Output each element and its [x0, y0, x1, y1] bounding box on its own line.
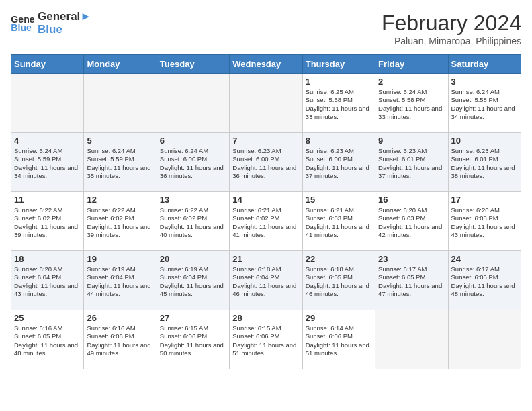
- calendar-cell: 27Sunrise: 6:15 AM Sunset: 6:06 PM Dayli…: [157, 310, 229, 369]
- day-info: Sunrise: 6:20 AM Sunset: 6:03 PM Dayligh…: [378, 206, 445, 239]
- day-number: 28: [232, 313, 299, 323]
- calendar-cell: 26Sunrise: 6:16 AM Sunset: 6:06 PM Dayli…: [84, 310, 157, 369]
- calendar-cell: 21Sunrise: 6:18 AM Sunset: 6:04 PM Dayli…: [230, 251, 302, 310]
- logo: General Blue General► Blue: [11, 11, 91, 36]
- day-info: Sunrise: 6:24 AM Sunset: 5:58 PM Dayligh…: [378, 88, 445, 121]
- day-number: 4: [14, 136, 81, 146]
- day-number: 29: [306, 313, 372, 323]
- calendar-cell: 4Sunrise: 6:24 AM Sunset: 5:59 PM Daylig…: [11, 133, 84, 192]
- day-number: 19: [87, 254, 153, 264]
- day-info: Sunrise: 6:19 AM Sunset: 6:04 PM Dayligh…: [160, 265, 226, 298]
- calendar-cell: 22Sunrise: 6:18 AM Sunset: 6:05 PM Dayli…: [302, 251, 375, 310]
- day-info: Sunrise: 6:24 AM Sunset: 5:59 PM Dayligh…: [87, 147, 153, 180]
- day-info: Sunrise: 6:14 AM Sunset: 6:06 PM Dayligh…: [306, 324, 372, 357]
- calendar-cell: 14Sunrise: 6:21 AM Sunset: 6:02 PM Dayli…: [230, 192, 302, 251]
- day-info: Sunrise: 6:15 AM Sunset: 6:06 PM Dayligh…: [232, 324, 299, 357]
- col-header-tuesday: Tuesday: [157, 55, 229, 74]
- day-info: Sunrise: 6:15 AM Sunset: 6:06 PM Dayligh…: [160, 324, 226, 357]
- calendar-cell: 17Sunrise: 6:20 AM Sunset: 6:03 PM Dayli…: [448, 192, 521, 251]
- col-header-thursday: Thursday: [302, 55, 375, 74]
- calendar-cell: 6Sunrise: 6:24 AM Sunset: 6:00 PM Daylig…: [157, 133, 229, 192]
- day-number: 27: [160, 313, 226, 323]
- day-number: 7: [232, 136, 299, 146]
- day-number: 1: [306, 77, 372, 87]
- day-info: Sunrise: 6:22 AM Sunset: 6:02 PM Dayligh…: [160, 206, 226, 239]
- week-row-2: 4Sunrise: 6:24 AM Sunset: 5:59 PM Daylig…: [11, 133, 521, 192]
- day-number: 18: [14, 254, 81, 264]
- day-number: 22: [306, 254, 372, 264]
- col-header-saturday: Saturday: [448, 55, 521, 74]
- day-number: 10: [451, 136, 518, 146]
- day-info: Sunrise: 6:16 AM Sunset: 6:06 PM Dayligh…: [87, 324, 153, 357]
- calendar-cell: 10Sunrise: 6:23 AM Sunset: 6:01 PM Dayli…: [448, 133, 521, 192]
- day-info: Sunrise: 6:22 AM Sunset: 6:02 PM Dayligh…: [14, 206, 81, 239]
- day-number: 5: [87, 136, 153, 146]
- day-info: Sunrise: 6:16 AM Sunset: 6:05 PM Dayligh…: [14, 324, 81, 357]
- day-info: Sunrise: 6:19 AM Sunset: 6:04 PM Dayligh…: [87, 265, 153, 298]
- day-info: Sunrise: 6:23 AM Sunset: 6:00 PM Dayligh…: [232, 147, 299, 180]
- calendar-cell: 3Sunrise: 6:24 AM Sunset: 5:58 PM Daylig…: [448, 74, 521, 133]
- calendar-cell: 12Sunrise: 6:22 AM Sunset: 6:02 PM Dayli…: [84, 192, 157, 251]
- day-number: 6: [160, 136, 226, 146]
- week-row-5: 25Sunrise: 6:16 AM Sunset: 6:05 PM Dayli…: [11, 310, 521, 369]
- calendar-cell: 8Sunrise: 6:23 AM Sunset: 6:00 PM Daylig…: [302, 133, 375, 192]
- day-info: Sunrise: 6:23 AM Sunset: 6:00 PM Dayligh…: [306, 147, 372, 180]
- calendar-cell: [84, 74, 157, 133]
- day-number: 9: [378, 136, 445, 146]
- calendar-cell: 29Sunrise: 6:14 AM Sunset: 6:06 PM Dayli…: [302, 310, 375, 369]
- svg-text:Blue: Blue: [11, 22, 32, 33]
- day-info: Sunrise: 6:25 AM Sunset: 5:58 PM Dayligh…: [306, 88, 372, 121]
- calendar-cell: 13Sunrise: 6:22 AM Sunset: 6:02 PM Dayli…: [157, 192, 229, 251]
- day-info: Sunrise: 6:21 AM Sunset: 6:03 PM Dayligh…: [306, 206, 372, 239]
- day-info: Sunrise: 6:24 AM Sunset: 5:59 PM Dayligh…: [14, 147, 81, 180]
- day-number: 25: [14, 313, 81, 323]
- page-header: General Blue General► Blue February 2024…: [11, 11, 521, 46]
- calendar-cell: 1Sunrise: 6:25 AM Sunset: 5:58 PM Daylig…: [302, 74, 375, 133]
- calendar-cell: 5Sunrise: 6:24 AM Sunset: 5:59 PM Daylig…: [84, 133, 157, 192]
- col-header-wednesday: Wednesday: [230, 55, 302, 74]
- day-info: Sunrise: 6:17 AM Sunset: 6:05 PM Dayligh…: [378, 265, 445, 298]
- day-number: 21: [232, 254, 299, 264]
- week-row-4: 18Sunrise: 6:20 AM Sunset: 6:04 PM Dayli…: [11, 251, 521, 310]
- day-number: 3: [451, 77, 518, 87]
- calendar-cell: 7Sunrise: 6:23 AM Sunset: 6:00 PM Daylig…: [230, 133, 302, 192]
- day-info: Sunrise: 6:21 AM Sunset: 6:02 PM Dayligh…: [232, 206, 299, 239]
- calendar-subtitle: Paluan, Mimaropa, Philippines: [382, 36, 521, 46]
- day-info: Sunrise: 6:23 AM Sunset: 6:01 PM Dayligh…: [378, 147, 445, 180]
- day-number: 11: [14, 195, 81, 205]
- day-number: 12: [87, 195, 153, 205]
- calendar-cell: 20Sunrise: 6:19 AM Sunset: 6:04 PM Dayli…: [157, 251, 229, 310]
- day-number: 26: [87, 313, 153, 323]
- calendar-cell: [230, 74, 302, 133]
- calendar-cell: [11, 74, 84, 133]
- calendar-cell: [448, 310, 521, 369]
- day-info: Sunrise: 6:22 AM Sunset: 6:02 PM Dayligh…: [87, 206, 153, 239]
- calendar-cell: 11Sunrise: 6:22 AM Sunset: 6:02 PM Dayli…: [11, 192, 84, 251]
- day-info: Sunrise: 6:20 AM Sunset: 6:04 PM Dayligh…: [14, 265, 81, 298]
- week-row-1: 1Sunrise: 6:25 AM Sunset: 5:58 PM Daylig…: [11, 74, 521, 133]
- col-header-sunday: Sunday: [11, 55, 84, 74]
- calendar-cell: 25Sunrise: 6:16 AM Sunset: 6:05 PM Dayli…: [11, 310, 84, 369]
- day-number: 17: [451, 195, 518, 205]
- day-number: 24: [451, 254, 518, 264]
- title-block: February 2024 Paluan, Mimaropa, Philippi…: [382, 11, 521, 46]
- calendar-cell: 24Sunrise: 6:17 AM Sunset: 6:05 PM Dayli…: [448, 251, 521, 310]
- day-info: Sunrise: 6:23 AM Sunset: 6:01 PM Dayligh…: [451, 147, 518, 180]
- calendar-table: SundayMondayTuesdayWednesdayThursdayFrid…: [11, 54, 521, 369]
- day-number: 13: [160, 195, 226, 205]
- calendar-cell: 16Sunrise: 6:20 AM Sunset: 6:03 PM Dayli…: [375, 192, 448, 251]
- day-info: Sunrise: 6:18 AM Sunset: 6:04 PM Dayligh…: [232, 265, 299, 298]
- calendar-cell: 23Sunrise: 6:17 AM Sunset: 6:05 PM Dayli…: [375, 251, 448, 310]
- day-info: Sunrise: 6:18 AM Sunset: 6:05 PM Dayligh…: [306, 265, 372, 298]
- calendar-cell: 2Sunrise: 6:24 AM Sunset: 5:58 PM Daylig…: [375, 74, 448, 133]
- day-number: 20: [160, 254, 226, 264]
- day-number: 16: [378, 195, 445, 205]
- day-number: 2: [378, 77, 445, 87]
- calendar-cell: 18Sunrise: 6:20 AM Sunset: 6:04 PM Dayli…: [11, 251, 84, 310]
- week-row-3: 11Sunrise: 6:22 AM Sunset: 6:02 PM Dayli…: [11, 192, 521, 251]
- day-info: Sunrise: 6:20 AM Sunset: 6:03 PM Dayligh…: [451, 206, 518, 239]
- logo-icon: General Blue: [11, 13, 35, 34]
- day-info: Sunrise: 6:17 AM Sunset: 6:05 PM Dayligh…: [451, 265, 518, 298]
- day-info: Sunrise: 6:24 AM Sunset: 5:58 PM Dayligh…: [451, 88, 518, 121]
- calendar-cell: 9Sunrise: 6:23 AM Sunset: 6:01 PM Daylig…: [375, 133, 448, 192]
